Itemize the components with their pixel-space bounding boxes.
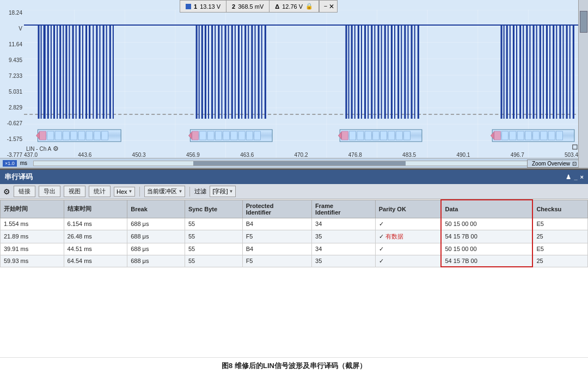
col-break: Break — [127, 200, 185, 218]
svg-rect-130 — [231, 131, 237, 140]
svg-rect-127 — [207, 131, 214, 140]
cell-pid-3: B4 — [242, 243, 311, 255]
svg-rect-97 — [523, 25, 524, 119]
cell-data-3: 50 15 00 00 — [441, 243, 532, 255]
svg-rect-141 — [381, 131, 387, 140]
svg-rect-52 — [218, 25, 219, 119]
svg-rect-78 — [381, 25, 382, 119]
svg-rect-26 — [53, 25, 55, 119]
format-dropdown-arrow: ▼ — [128, 189, 133, 194]
cell-data-1: 50 15 00 00 — [441, 218, 532, 230]
svg-rect-89 — [418, 25, 419, 119]
svg-rect-140 — [372, 131, 379, 140]
svg-rect-112 — [573, 25, 574, 119]
field-selector[interactable]: [字段] ▼ — [210, 186, 236, 197]
svg-rect-109 — [562, 25, 564, 119]
cursor-2-val: 368.5 mV — [238, 3, 264, 10]
serial-data-table: 开始时间 结束时间 Break Sync Byte ProtectedIdent… — [0, 199, 588, 267]
panel-close-icon[interactable]: × — [580, 174, 584, 181]
scroll-thumb[interactable] — [580, 11, 587, 33]
svg-rect-148 — [502, 131, 509, 140]
svg-rect-23 — [44, 25, 46, 119]
table-row: 1.554 ms 6.154 ms 688 μs 55 B4 34 ✓ 50 1… — [1, 218, 588, 230]
cell-parity-2: ✓ 有数据 — [375, 230, 441, 243]
minimize-icon[interactable]: _ — [574, 174, 577, 181]
toolbar-export-button[interactable]: 导出 — [39, 186, 60, 197]
svg-rect-120 — [86, 131, 93, 140]
cursor-delta-num: Δ — [275, 3, 279, 10]
svg-rect-53 — [221, 25, 222, 119]
cursor-delta-val: 12.76 V — [282, 3, 303, 10]
cursor-1-val: 13.13 V — [200, 3, 220, 10]
svg-rect-119 — [78, 131, 85, 140]
zoom-expand-icon: ⊡ — [572, 161, 577, 167]
svg-rect-111 — [569, 25, 571, 119]
format-selector[interactable]: Hex ▼ — [114, 187, 135, 197]
svg-rect-69 — [351, 25, 353, 119]
svg-rect-49 — [208, 25, 209, 119]
cell-parity-3: ✓ — [375, 243, 441, 255]
svg-rect-100 — [533, 25, 535, 119]
svg-rect-47 — [201, 25, 203, 119]
x-label-7: 483.5 — [402, 152, 416, 158]
pin-icon[interactable]: ♟ — [566, 174, 571, 181]
settings-icon[interactable]: ⚙ — [53, 145, 59, 152]
svg-rect-147 — [494, 131, 500, 140]
cell-end-3: 44.51 ms — [64, 243, 127, 255]
svg-rect-63 — [254, 25, 255, 119]
toolbar-gear-button[interactable]: ⚙ — [3, 187, 10, 196]
svg-rect-57 — [235, 25, 236, 119]
svg-rect-94 — [513, 25, 514, 119]
cursor-close-button[interactable]: － ✕ — [319, 0, 338, 13]
scroll-handle[interactable] — [193, 161, 406, 166]
table-row: 59.93 ms 64.54 ms 688 μs 55 F5 35 ✓ 54 1… — [1, 255, 588, 267]
svg-rect-34 — [79, 25, 81, 119]
waveform-svg — [24, 10, 578, 158]
svg-rect-93 — [510, 25, 511, 119]
svg-rect-99 — [529, 25, 530, 119]
y-label-neg06: -0.627 — [0, 120, 24, 126]
cell-break-1: 688 μs — [127, 218, 185, 230]
right-scrollbar[interactable] — [578, 0, 588, 168]
toolbar-link-button[interactable]: 链接 — [14, 186, 35, 197]
svg-rect-108 — [559, 25, 561, 119]
y-label-11: 11.64 — [0, 41, 24, 47]
cell-data-2: 54 15 7B 00 — [441, 230, 532, 243]
zoom-overview-label: Zoom Overview — [532, 161, 570, 167]
col-parity-ok: Parity OK — [375, 200, 441, 218]
parity-check-3: ✓ — [379, 246, 384, 252]
lock-icon: 🔒 — [305, 3, 313, 10]
svg-rect-115 — [47, 131, 54, 140]
cell-start-4: 59.93 ms — [1, 255, 64, 267]
toolbar-view-button[interactable]: 视图 — [64, 186, 85, 197]
svg-rect-25 — [51, 25, 52, 119]
cell-fid-4: 35 — [312, 255, 376, 267]
svg-rect-24 — [47, 25, 49, 119]
svg-rect-129 — [223, 131, 229, 140]
cursor-2-num: 2 — [232, 3, 235, 10]
svg-rect-56 — [231, 25, 233, 119]
svg-rect-35 — [82, 25, 83, 119]
svg-rect-85 — [404, 25, 406, 119]
y-label-5: 5.031 — [0, 89, 24, 95]
svg-rect-28 — [59, 25, 61, 119]
serial-decode-panel: 串行译码 ♟ _ × ⚙ 链接 导出 视图 统计 Hex ▼ 当前缓冲区 ▼ — [0, 169, 588, 357]
buffer-selector[interactable]: 当前缓冲区 ▼ — [144, 186, 185, 197]
cell-fid-1: 34 — [312, 218, 376, 230]
y-label-7: 7.233 — [0, 73, 24, 79]
svg-rect-152 — [533, 131, 540, 140]
horizontal-scrollbar[interactable] — [33, 161, 565, 166]
cell-sync-1: 55 — [185, 218, 242, 230]
toolbar-stats-button[interactable]: 统计 — [89, 186, 111, 197]
svg-rect-83 — [397, 25, 399, 119]
channel-name: LIN - Ch A — [26, 146, 51, 152]
parity-check-2: ✓ — [379, 233, 384, 240]
svg-rect-91 — [504, 25, 505, 119]
svg-rect-50 — [211, 25, 213, 119]
buffer-value: 当前缓冲区 — [147, 187, 177, 195]
cursor-box-2: 2 368.5 mV — [226, 0, 270, 13]
svg-rect-133 — [254, 131, 260, 140]
serial-panel-title: 串行译码 — [4, 172, 33, 182]
cursor-1-icon — [186, 4, 191, 9]
serial-table-container: 开始时间 结束时间 Break Sync Byte ProtectedIdent… — [0, 199, 588, 357]
